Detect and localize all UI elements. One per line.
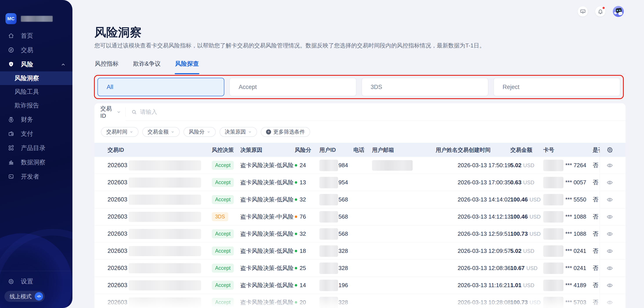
view-eye-icon[interactable] xyxy=(606,196,613,203)
tab-0[interactable]: 风控指标 xyxy=(94,59,119,69)
amount-cell: 1.01USD xyxy=(510,277,543,294)
table-settings-gear-icon[interactable] xyxy=(606,147,613,153)
user-id-redacted xyxy=(319,245,338,257)
txn-id-redacted xyxy=(128,229,201,239)
filter-chip-2[interactable]: 风险分 xyxy=(184,127,216,137)
online-mode-toggle[interactable]: 线上模式 </> xyxy=(4,291,45,302)
view-eye-icon[interactable] xyxy=(606,179,613,186)
view-eye-icon[interactable] xyxy=(606,265,613,271)
phone-cell xyxy=(354,157,372,174)
column-header-1: 风控决策 xyxy=(212,143,240,157)
column-header-7: 用户姓名 xyxy=(436,143,458,157)
txn-id-redacted xyxy=(128,177,201,188)
sidebar-item-sub-3[interactable]: 风险洞察 xyxy=(0,71,72,85)
risk-score-cell: 76 xyxy=(295,208,319,225)
tab-2[interactable]: 风险探查 xyxy=(175,59,199,69)
score-dot xyxy=(295,233,297,235)
view-eye-icon[interactable] xyxy=(606,231,613,237)
sidebar-item-label: 首页 xyxy=(21,32,33,40)
sidebar-item-1[interactable]: 交易 xyxy=(0,43,72,57)
reason-cell: 盗卡风险决策-低风险 xyxy=(240,157,295,174)
flag-cell: 否 xyxy=(593,157,600,174)
feedback-button[interactable] xyxy=(578,6,588,17)
sidebar-item-6[interactable]: 财务 xyxy=(0,112,72,127)
view-eye-icon[interactable] xyxy=(606,248,613,254)
txn-id-cell: 202603 xyxy=(94,157,212,174)
tab-1[interactable]: 欺诈&争议 xyxy=(132,59,161,69)
search-input[interactable] xyxy=(140,109,626,115)
txn-id-cell: 202603 xyxy=(94,260,212,276)
decision-filter-reject[interactable]: Reject xyxy=(494,78,620,96)
card-number-redacted xyxy=(543,262,564,274)
filter-chip-3[interactable]: 决策原因 xyxy=(220,127,257,137)
card-cell: 4*** 0241 xyxy=(543,242,593,259)
chevron-down-icon xyxy=(116,110,121,114)
decision-cell: Accept xyxy=(212,157,240,174)
search-row: 交易ID xyxy=(94,103,626,121)
user-avatar[interactable] xyxy=(613,6,624,17)
user-id-cell: 328 xyxy=(319,242,354,259)
tab-bar: 风控指标欺诈&争议风险探查 xyxy=(94,59,626,74)
shield-icon xyxy=(8,61,14,68)
notifications-button[interactable] xyxy=(595,6,605,17)
sidebar-item-0[interactable]: 首页 xyxy=(0,29,72,43)
view-eye-icon[interactable] xyxy=(606,299,613,306)
filter-chip-0[interactable]: 交易时间 xyxy=(101,127,138,137)
decision-filter-accept[interactable]: Accept xyxy=(229,78,356,96)
amount-cell: 100.73USD xyxy=(510,294,543,308)
row-actions-cell xyxy=(600,277,626,294)
risk-score-cell: 32 xyxy=(295,191,319,208)
txn-id-cell: 202603 xyxy=(94,277,212,294)
view-eye-icon[interactable] xyxy=(606,162,613,169)
column-header-2: 决策原因 xyxy=(240,143,295,157)
score-dot xyxy=(295,181,297,184)
table-row-2: 202603Accept盗卡风险决策-低风险325682026-03-13 14… xyxy=(94,191,626,208)
sidebar-item-2[interactable]: 风险 xyxy=(0,57,72,71)
sidebar-item-sub-4[interactable]: 风险工具 xyxy=(0,85,72,99)
decision-filter-all[interactable]: All xyxy=(98,78,224,96)
phone-cell xyxy=(354,260,372,276)
row-actions-cell xyxy=(600,225,626,242)
card-cell: 5*** 5703 xyxy=(543,294,593,308)
user-name-cell xyxy=(436,225,458,242)
filter-chip-1[interactable]: 交易金额 xyxy=(142,127,180,137)
created-at-cell: 2026-03-13 12:09:57 xyxy=(458,242,510,259)
decision-cell: Accept xyxy=(212,225,240,242)
user-name-cell xyxy=(436,174,458,191)
sidebar-item-label: 支付 xyxy=(21,130,33,138)
risk-score-cell: 13 xyxy=(295,174,319,191)
score-dot xyxy=(295,198,297,201)
sidebar-item-label: 风险洞察 xyxy=(14,74,39,82)
sidebar-item-settings[interactable]: 设置 xyxy=(0,275,72,288)
user-id-redacted xyxy=(319,262,338,274)
brand: MC xyxy=(6,13,53,24)
decision-filter-label: Reject xyxy=(503,84,520,91)
sidebar-item-sub-5[interactable]: 欺诈报告 xyxy=(0,99,72,112)
txn-id-cell: 202603 xyxy=(94,174,212,191)
card-number-redacted xyxy=(543,245,564,257)
filter-chip-label: 交易时间 xyxy=(106,128,127,135)
card-cell: 5*** 1088 xyxy=(543,208,593,225)
amount-cell: 10.67USD xyxy=(510,260,543,276)
score-dot xyxy=(295,267,297,269)
view-eye-icon[interactable] xyxy=(606,213,613,220)
sidebar-item-9[interactable]: 数据洞察 xyxy=(0,155,72,169)
txn-id-redacted xyxy=(128,212,201,222)
sidebar-item-8[interactable]: 产品目录 xyxy=(0,141,72,155)
more-filters-button[interactable]: +更多筛选条件 xyxy=(261,127,310,137)
reason-cell: 盗卡风险决策-低风险 xyxy=(240,260,295,276)
code-icon: </> xyxy=(35,292,43,300)
decision-filter-3ds[interactable]: 3DS xyxy=(362,78,488,96)
sidebar-item-10[interactable]: 开发者 xyxy=(0,169,72,184)
view-eye-icon[interactable] xyxy=(606,282,613,289)
decision-cell: Accept xyxy=(212,277,240,294)
decision-cell: Accept xyxy=(212,260,240,276)
search-field-select[interactable]: 交易ID xyxy=(94,105,125,119)
created-at-cell: 2026-03-13 12:08:36 xyxy=(458,260,510,276)
risk-score-cell: 24 xyxy=(295,157,319,174)
user-name-cell xyxy=(436,242,458,259)
column-header-0: 交易ID xyxy=(94,143,212,157)
flag-cell: 否 xyxy=(593,242,600,259)
decision-filter-cards: AllAccept3DSReject xyxy=(98,78,620,96)
sidebar-item-7[interactable]: 支付 xyxy=(0,127,72,141)
